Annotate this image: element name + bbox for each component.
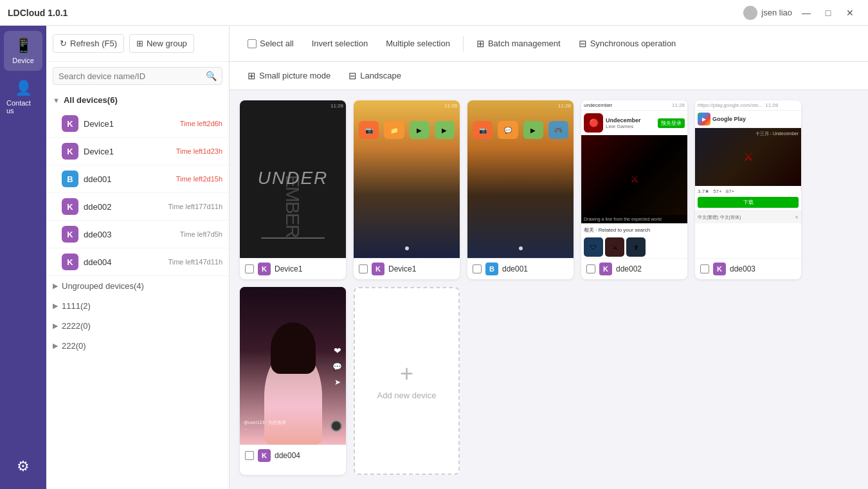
card-checkbox[interactable]	[700, 264, 709, 273]
card-checkbox[interactable]	[245, 451, 254, 460]
user-info: jsen liao — □ ✕	[743, 3, 860, 23]
device-screen: https://play.google.com/sto... 11:28 ▶ G…	[695, 100, 801, 258]
group-222-label: 222(0)	[62, 341, 86, 351]
group-1111[interactable]: ▶ 1111(2)	[46, 296, 229, 316]
all-devices-label: All devices(6)	[64, 95, 118, 105]
search-box: 🔍	[53, 67, 222, 85]
chevron-right-icon: ▶	[53, 322, 58, 330]
add-icon: +	[400, 362, 413, 385]
chevron-right-icon: ▶	[53, 302, 58, 310]
list-item[interactable]: K Device1 Time left2d6h	[46, 110, 229, 138]
small-picture-mode-button[interactable]: ⊞ Small picture mode	[240, 67, 338, 85]
expand-arrow-icon: ▼	[53, 97, 60, 104]
group-2222-label: 2222(0)	[62, 321, 91, 331]
left-panel-toolbar: ↻ Refresh (F5) ⊞ New group	[46, 26, 229, 62]
card-avatar: K	[258, 263, 271, 275]
device-screen: 11:28 UNDER EMBER	[240, 100, 346, 258]
batch-management-label: Batch management	[488, 39, 561, 48]
landscape-label: Landscape	[360, 71, 401, 80]
card-checkbox[interactable]	[245, 264, 254, 273]
right-content: Select all Invert selection Multiple sel…	[230, 26, 868, 489]
landscape-icon: ⊟	[348, 70, 357, 82]
left-panel: ↻ Refresh (F5) ⊞ New group 🔍 ▼ All devic…	[46, 26, 230, 489]
device-screen: 11:28 ❤ 💬 ➤	[240, 287, 346, 445]
group-2222[interactable]: ▶ 2222(0)	[46, 316, 229, 336]
sidebar-item-contact-label: Contact us	[6, 99, 40, 115]
card-name: dde003	[730, 264, 755, 273]
settings-icon: ⚙	[17, 458, 30, 475]
card-name: dde004	[275, 451, 300, 460]
icon-sidebar: 📱 Device 👤 Contact us ⚙	[0, 26, 46, 489]
add-device-card[interactable]: + Add new device	[354, 287, 460, 475]
card-checkbox[interactable]	[473, 264, 482, 273]
sidebar-item-contact[interactable]: 👤 Contact us	[4, 73, 42, 121]
search-input[interactable]	[59, 71, 206, 81]
card-name: dde001	[502, 264, 528, 273]
list-item[interactable]: K dde002 Time left177d11h	[46, 193, 229, 221]
landscape-button[interactable]: ⊟ Landscape	[341, 67, 409, 85]
group-222[interactable]: ▶ 222(0)	[46, 336, 229, 356]
card-checkbox[interactable]	[586, 264, 595, 273]
device-screen: 11:28 📷 💬 ▶ 🎮	[467, 100, 574, 258]
device-card[interactable]: 11:28 📷 📁 ▶ ▶ K Device1	[354, 100, 460, 279]
device-grid: 11:28 UNDER EMBER K Device1 11:28	[230, 90, 868, 489]
invert-selection-button[interactable]: Invert selection	[304, 35, 375, 52]
batch-icon: ⊞	[476, 38, 485, 50]
avatar: K	[62, 143, 78, 160]
main-layout: 📱 Device 👤 Contact us ⚙ ↻ Refresh (F5) ⊞…	[0, 26, 868, 489]
refresh-label: Refresh (F5)	[70, 39, 117, 48]
new-group-button[interactable]: ⊞ New group	[129, 34, 194, 53]
device-time: Time left2d6h	[180, 120, 222, 127]
list-item[interactable]: B dde001 Time left2d15h	[46, 165, 229, 193]
device-icon: 📱	[15, 37, 32, 54]
card-checkbox[interactable]	[359, 264, 368, 273]
device-card[interactable]: 11:28 ❤ 💬 ➤	[240, 287, 346, 475]
checkbox-icon	[248, 39, 257, 48]
minimize-button[interactable]: —	[796, 3, 817, 23]
device-card-footer: K Device1	[240, 258, 346, 279]
invert-selection-label: Invert selection	[312, 39, 368, 48]
device-name: Device1	[84, 119, 180, 129]
list-item[interactable]: K dde004 Time left147d11h	[46, 248, 229, 276]
device-list: ▼ All devices(6) K Device1 Time left2d6h…	[46, 90, 229, 489]
device-name: Device1	[84, 147, 176, 156]
device-name: dde004	[84, 257, 168, 267]
window-controls: — □ ✕	[796, 3, 860, 23]
multiple-selection-label: Multiple selection	[386, 39, 450, 48]
device-card[interactable]: 11:28 📷 💬 ▶ 🎮 B dde001	[467, 100, 574, 279]
avatar: K	[62, 226, 78, 243]
close-button[interactable]: ✕	[840, 3, 860, 23]
avatar: B	[62, 171, 78, 187]
device-time: Time left1d23h	[176, 147, 222, 155]
maximize-button[interactable]: □	[818, 3, 838, 23]
device-card[interactable]: undecember 11:28 🔴 Undecember Line Games…	[581, 100, 687, 279]
new-group-icon: ⊞	[136, 39, 143, 48]
device-card[interactable]: 11:28 UNDER EMBER K Device1	[240, 100, 346, 279]
ungrouped-group[interactable]: ▶ Ungrouped devices(4)	[46, 276, 229, 296]
app-title: LDCloud 1.0.1	[8, 8, 68, 18]
card-avatar: K	[258, 449, 271, 462]
all-devices-group[interactable]: ▼ All devices(6)	[46, 90, 229, 110]
chevron-right-icon: ▶	[53, 342, 58, 350]
search-icon: 🔍	[206, 71, 217, 81]
user-avatar-icon	[743, 6, 757, 20]
card-avatar: K	[372, 263, 384, 275]
batch-management-button[interactable]: ⊞ Batch management	[469, 34, 568, 53]
synchronous-operation-button[interactable]: ⊟ Synchronous operation	[571, 34, 684, 53]
device-card-footer: K Device1	[354, 258, 460, 279]
second-toolbar: ⊞ Small picture mode ⊟ Landscape	[230, 62, 868, 90]
synchronous-operation-label: Synchronous operation	[590, 39, 676, 48]
group-1111-label: 1111(2)	[62, 301, 91, 311]
device-card[interactable]: https://play.google.com/sto... 11:28 ▶ G…	[695, 100, 801, 279]
list-item[interactable]: K dde003 Time left7d5h	[46, 221, 229, 248]
list-item[interactable]: K Device1 Time left1d23h	[46, 138, 229, 165]
select-all-button[interactable]: Select all	[240, 35, 302, 52]
multiple-selection-button[interactable]: Multiple selection	[378, 35, 458, 52]
new-group-label: New group	[147, 39, 187, 48]
avatar: K	[62, 254, 78, 270]
sync-icon: ⊟	[579, 38, 587, 50]
sidebar-item-device[interactable]: 📱 Device	[4, 31, 42, 71]
sidebar-item-settings[interactable]: ⚙	[4, 452, 42, 481]
device-card-footer: K dde003	[695, 258, 801, 279]
refresh-button[interactable]: ↻ Refresh (F5)	[53, 34, 124, 53]
